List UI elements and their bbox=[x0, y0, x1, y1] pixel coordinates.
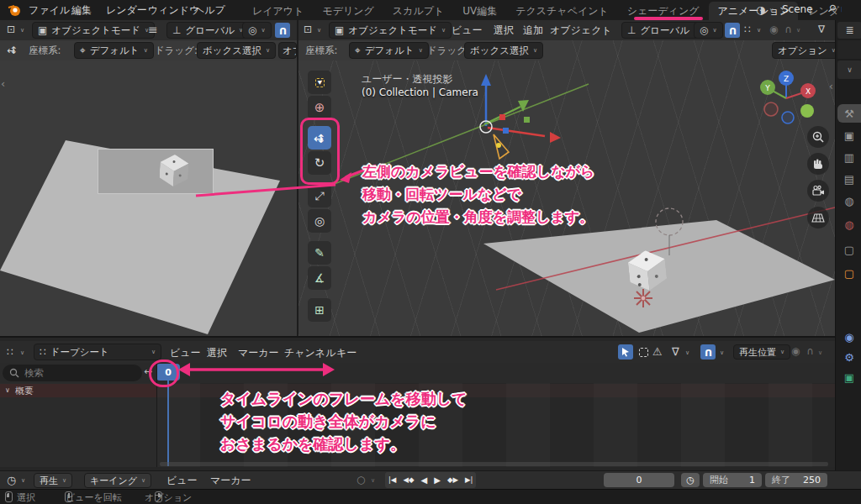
left-coord-selector[interactable]: ⌖ デフォルト ∨ bbox=[74, 42, 154, 59]
channel-search[interactable] bbox=[3, 365, 142, 381]
editor-type-icon[interactable]: ⊡ bbox=[304, 24, 312, 34]
falloff-icon[interactable]: ∩ bbox=[784, 24, 792, 34]
menu-window[interactable]: ウィンドウ bbox=[148, 3, 199, 18]
properties-tab-world[interactable]: ◍ bbox=[837, 215, 861, 234]
summary-channel-row[interactable]: ∨ 概要 bbox=[0, 384, 156, 397]
zoom-button[interactable] bbox=[807, 126, 829, 148]
dopesheet-mode-selector[interactable]: ∷ドープシート ∨ bbox=[34, 344, 161, 360]
properties-tab-view-layer[interactable]: ▤ bbox=[837, 170, 861, 188]
panel-collapse-icon[interactable]: ‹ bbox=[829, 81, 833, 92]
playhead-line[interactable] bbox=[167, 381, 169, 466]
left-drag-selector[interactable]: ボックス選択 ∨ bbox=[197, 42, 276, 59]
properties-tab-physics[interactable]: ◉ bbox=[837, 328, 861, 346]
editor-type-chevron-icon[interactable]: ∨ bbox=[20, 350, 24, 356]
snap-with-icon[interactable]: ∷ bbox=[744, 24, 751, 34]
gizmo-filter-icon[interactable]: ∇ bbox=[818, 24, 825, 34]
add-cube-tool[interactable]: ⊞ bbox=[308, 298, 331, 322]
left-options-button[interactable]: オプ bbox=[278, 42, 297, 59]
sidebar-collapse-icon[interactable]: ‹ bbox=[1, 77, 5, 90]
left-mode-selector[interactable]: ▣ オブジェクトモード ∨ bbox=[32, 22, 155, 39]
pivot-selector[interactable]: ◎ ∨ bbox=[694, 22, 723, 39]
menu-view[interactable]: ビュー bbox=[170, 346, 201, 360]
pan-button[interactable] bbox=[807, 153, 829, 175]
tab-texture-paint[interactable]: テクスチャペイント bbox=[507, 2, 617, 20]
coord-selector[interactable]: ⌖ デフォルト ∨ bbox=[349, 42, 429, 59]
menu-render[interactable]: レンダー bbox=[106, 3, 147, 18]
outliner-header[interactable]: ≣ bbox=[837, 22, 861, 39]
editor-type-chevron-icon[interactable]: ∨ bbox=[20, 28, 24, 34]
tab-sculpting[interactable]: スカルプト bbox=[384, 2, 452, 20]
properties-tab-object-data[interactable]: ▣ bbox=[837, 368, 861, 386]
frame-start-field[interactable]: 開始 1 bbox=[703, 473, 762, 487]
menu-marker[interactable]: マーカー bbox=[210, 474, 251, 488]
proportional-edit-icon[interactable]: ◉ bbox=[769, 24, 778, 34]
jump-to-end-button[interactable]: ▶| bbox=[462, 472, 476, 488]
auto-keying-record-icon[interactable]: ○ bbox=[357, 474, 365, 486]
camera-view-button[interactable] bbox=[807, 180, 829, 202]
keying-menu[interactable]: キーイング ∨ bbox=[84, 473, 151, 488]
camera-preview-viewport[interactable]: ‹ bbox=[0, 60, 297, 336]
falloff-icon[interactable]: ∩ bbox=[806, 346, 814, 356]
menu-help[interactable]: ヘルプ bbox=[194, 3, 225, 18]
left-orientation-selector[interactable]: ⊥ グローバル ∨ bbox=[166, 22, 249, 39]
collapsed-menus-icon[interactable]: ≡ bbox=[148, 24, 158, 35]
proportional-edit-icon[interactable]: ◉ bbox=[791, 346, 800, 356]
current-frame-field[interactable]: 0 bbox=[604, 473, 674, 487]
filter-funnel-icon[interactable]: ∇ bbox=[672, 346, 679, 357]
dice-object[interactable] bbox=[627, 249, 668, 292]
next-keyframe-button[interactable]: ◆▶ bbox=[444, 472, 462, 488]
scene-selector-icon[interactable]: ◑ bbox=[756, 4, 765, 15]
dice-cube-preview[interactable] bbox=[159, 154, 189, 187]
record-chevron-icon[interactable]: ∨ bbox=[371, 478, 375, 484]
tab-layout[interactable]: レイアウト bbox=[244, 2, 312, 20]
menu-select[interactable]: 選択 bbox=[494, 24, 514, 38]
filter-chevron-icon[interactable]: ∨ bbox=[685, 350, 689, 356]
menu-view[interactable]: ビュー bbox=[166, 474, 198, 488]
menu-add[interactable]: 追加 bbox=[523, 24, 543, 38]
measure-tool[interactable]: ∡ bbox=[308, 266, 331, 290]
playback-sync-selector[interactable]: 再生位置 ∨ bbox=[733, 344, 790, 360]
properties-tab-collection[interactable]: ▢ bbox=[837, 240, 861, 259]
properties-tab-object[interactable]: ▢ bbox=[837, 264, 861, 282]
properties-header[interactable]: ∨ bbox=[837, 60, 861, 79]
drag-selector[interactable]: ボックス選択 ∨ bbox=[464, 42, 543, 59]
editor-type-icon[interactable]: ∷ bbox=[7, 347, 13, 357]
play-button[interactable]: ▶ bbox=[430, 472, 444, 488]
menu-file[interactable]: ファイル bbox=[29, 3, 70, 18]
falloff-chevron-icon[interactable]: ∨ bbox=[818, 350, 822, 356]
cursor-tool[interactable]: ⊕ bbox=[308, 96, 331, 119]
only-errors-icon[interactable]: ⚠ bbox=[652, 346, 663, 357]
tab-uv-editing[interactable]: UV編集 bbox=[454, 2, 505, 20]
editor-type-chevron-icon[interactable]: ∨ bbox=[21, 478, 25, 484]
tab-modeling[interactable]: モデリング bbox=[314, 2, 382, 20]
outliner-body[interactable] bbox=[837, 40, 861, 59]
snap-magnet-icon[interactable]: U bbox=[275, 23, 290, 38]
scale-tool[interactable]: ⤢ bbox=[308, 184, 331, 207]
editor-type-icon[interactable]: ◷ bbox=[7, 475, 16, 486]
properties-tab-scene[interactable]: ◍ bbox=[837, 192, 861, 210]
timeline-ruler[interactable]: ↔ 0 bbox=[0, 363, 835, 383]
editor-type-chevron-icon[interactable]: ∨ bbox=[317, 28, 321, 34]
viewport-options-button[interactable]: オプション ∨ bbox=[772, 42, 842, 59]
frame-end-field[interactable]: 終了 250 bbox=[765, 473, 827, 487]
perspective-toggle-button[interactable] bbox=[807, 207, 829, 228]
menu-marker[interactable]: マーカー bbox=[238, 346, 279, 360]
prev-keyframe-button[interactable]: ◀◆ bbox=[399, 472, 417, 488]
only-selected-toggle[interactable] bbox=[618, 344, 633, 360]
play-reverse-button[interactable]: ◀ bbox=[417, 472, 430, 488]
properties-tab-output[interactable]: ▥ bbox=[837, 148, 861, 166]
annotate-tool[interactable]: ✎ bbox=[308, 241, 331, 265]
mode-selector[interactable]: ▣ オブジェクトモード ∨ bbox=[329, 22, 452, 39]
scene-chevron-icon[interactable]: ∨ bbox=[769, 8, 774, 13]
transform-tool[interactable]: ◎ bbox=[308, 209, 331, 233]
menu-edit[interactable]: 編集 bbox=[71, 3, 92, 18]
left-pivot-selector[interactable]: ◎ ∨ bbox=[242, 22, 272, 39]
collapse-caret-icon[interactable]: ∨ bbox=[5, 387, 10, 394]
include-hidden-toggle[interactable] bbox=[636, 344, 651, 360]
menu-key[interactable]: キー bbox=[336, 346, 357, 360]
snap-chevron-icon[interactable]: ∨ bbox=[720, 350, 724, 356]
properties-tab-constraints[interactable]: ⚙ bbox=[837, 348, 861, 366]
navigation-gizmo[interactable]: Z Y X bbox=[757, 69, 816, 128]
jump-to-start-button[interactable]: |◀ bbox=[385, 472, 399, 488]
editor-type-icon[interactable]: ⊡ bbox=[7, 24, 15, 34]
